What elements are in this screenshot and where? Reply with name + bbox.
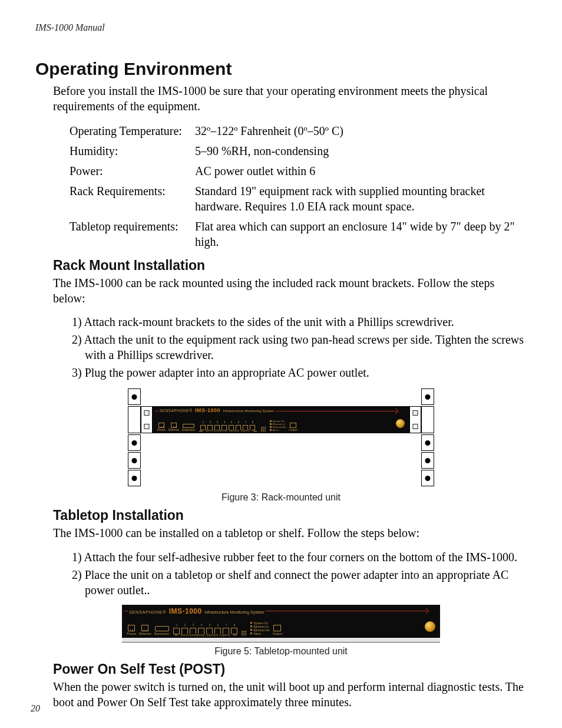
device-brand: SENSAPHONE® [160, 409, 192, 413]
device-model: IMS-1000 [169, 607, 202, 615]
figure-caption: Figure 3: Rack-mounted unit [35, 492, 527, 503]
spec-row: Tabletop requirements:Flat area which ca… [70, 216, 527, 252]
mic-icon [242, 631, 246, 635]
spec-row: Power:AC power outlet within 6 [70, 161, 527, 181]
figure-rack: SENSAPHONE® IMS-1000 Infrastructure Moni… [35, 387, 527, 503]
mic-icon [261, 427, 266, 431]
figure-caption: Figure 5: Tabletop-mounted unit [35, 646, 527, 657]
spec-value: 5–90 %RH, non-condensing [195, 141, 527, 161]
port-phone-icon: Phone [157, 423, 166, 431]
page-number: 20 [31, 703, 40, 714]
device-brand: SENSAPHONE® [129, 610, 166, 615]
heading-operating-environment: Operating Environment [35, 59, 527, 79]
heading-post: Power On Self Test (POST) [53, 661, 527, 677]
status-leds-icon: System On Ethernet Lk Ethernet Act Alarm [270, 420, 286, 431]
device-model: IMS-1000 [195, 407, 220, 413]
spec-value: AC power outlet within 6 [195, 161, 527, 181]
port-output-icon: Output [273, 625, 283, 635]
sensor-inputs-icon: Environmental Sensor Inputs [173, 628, 237, 635]
tabletop-intro: The IMS-1000 can be installed on a table… [53, 526, 527, 541]
spec-label: Power: [70, 161, 195, 181]
spec-label: Rack Requirements: [70, 181, 195, 216]
device-panel-icon: SENSAPHONE® IMS-1000 Infrastructure Moni… [122, 605, 440, 638]
heading-rack-mount: Rack Mount Installation [53, 258, 527, 274]
spec-label: Tabletop requirements: [70, 216, 195, 252]
port-expansion-icon: Expansion [154, 626, 170, 635]
rack-step: 1) Attach rack-mount brackets to the sid… [72, 313, 527, 331]
device-panel-icon: SENSAPHONE® IMS-1000 Infrastructure Moni… [153, 406, 409, 433]
spec-row: Humidity:5–90 %RH, non-condensing [70, 141, 527, 161]
spec-row: Rack Requirements:Standard 19" equipment… [70, 181, 527, 216]
port-expansion-icon: Expansion [182, 424, 195, 431]
spec-label: Operating Temperature: [70, 121, 195, 141]
device-subtitle: Infrastructure Monitoring System [223, 409, 275, 413]
port-ethernet-icon: Ethernet [139, 625, 151, 635]
spec-label: Humidity: [70, 141, 195, 161]
spec-value: 32º–122º Fahrenheit (0º–50º C) [195, 121, 527, 141]
figure-tabletop: SENSAPHONE® IMS-1000 Infrastructure Moni… [35, 605, 527, 657]
rack-step: 2) Attach the unit to the equipment rack… [72, 331, 527, 364]
spec-table: Operating Temperature:32º–122º Fahrenhei… [70, 121, 527, 252]
rack-step: 3) Plug the power adapter into an approp… [72, 364, 527, 381]
spec-row: Operating Temperature:32º–122º Fahrenhei… [70, 121, 527, 141]
rack-steps: 1) Attach rack-mount brackets to the sid… [72, 313, 527, 381]
tabletop-steps: 1) Attach the four self-adhesive rubber … [72, 548, 527, 599]
port-ethernet-icon: Ethernet [168, 423, 179, 431]
power-knob-icon [396, 419, 405, 428]
rack-intro: The IMS-1000 can be rack mounted using t… [53, 276, 527, 306]
heading-tabletop: Tabletop Installation [53, 508, 527, 523]
post-body: When the power switch is turned on, the … [53, 680, 527, 710]
running-header: IMS-1000 Manual [35, 22, 527, 33]
intro-paragraph: Before you install the IMS-1000 be sure … [53, 84, 527, 114]
port-phone-icon: Phone [127, 625, 136, 635]
tabletop-step: 2) Place the unit on a tabletop or shelf… [72, 566, 527, 599]
device-subtitle: Infrastructure Monitoring System [204, 610, 264, 614]
port-output-icon: Output [289, 423, 297, 431]
sensor-inputs-icon: Environmental Sensor Inputs [199, 425, 256, 431]
tabletop-step: 1) Attach the four self-adhesive rubber … [72, 548, 527, 566]
power-knob-icon [425, 621, 435, 632]
status-leds-icon: System On Ethernet Lk Ethernet Act Alarm [250, 621, 269, 635]
spec-value: Standard 19" equipment rack with supplie… [195, 181, 527, 216]
spec-value: Flat area which can support an enclosure… [195, 216, 527, 252]
